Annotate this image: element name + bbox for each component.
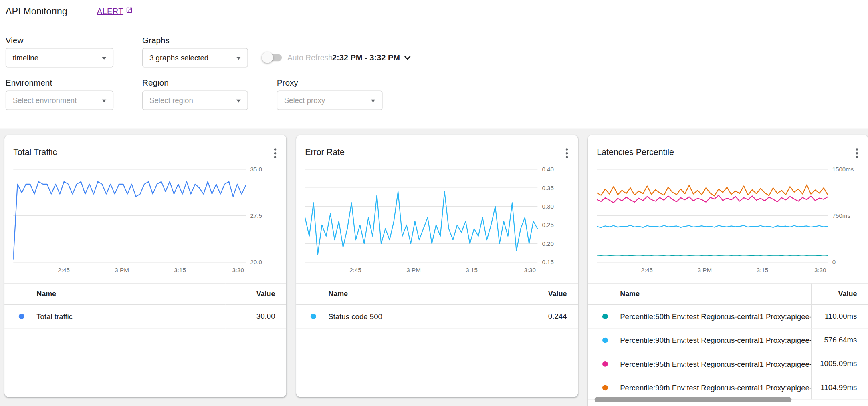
series-name: Percentile:99th Env:test Region:us-centr… — [620, 384, 811, 392]
series-value: 0.244 — [517, 304, 578, 328]
svg-text:0: 0 — [832, 259, 836, 265]
graphs-dropdown[interactable]: 3 graphs selected — [142, 48, 248, 67]
proxy-dropdown-placeholder: Select proxy — [284, 96, 325, 105]
series-name: Percentile:90th Env:test Region:us-centr… — [620, 336, 811, 345]
table-row: Percentile:99th Env:test Region:us-centr… — [588, 376, 868, 399]
svg-text:35.0: 35.0 — [250, 166, 262, 173]
horizontal-scrollbar[interactable] — [595, 397, 792, 402]
external-link-icon — [126, 7, 133, 16]
series-name: Percentile:95th Env:test Region:us-centr… — [620, 360, 811, 368]
svg-text:2:45: 2:45 — [349, 267, 361, 273]
environment-dropdown-placeholder: Select environment — [13, 96, 77, 105]
page-title: API Monitoring — [6, 6, 67, 17]
auto-refresh-toggle[interactable] — [264, 54, 282, 61]
svg-text:0.25: 0.25 — [542, 221, 554, 228]
view-dropdown-value: timeline — [13, 54, 38, 62]
svg-text:2:45: 2:45 — [641, 267, 653, 273]
column-header-name: Name — [4, 283, 225, 304]
kebab-menu-icon[interactable] — [854, 146, 860, 161]
column-header-value: Value — [225, 283, 286, 304]
graphs-dropdown-value: 3 graphs selected — [149, 54, 208, 62]
svg-text:27.5: 27.5 — [250, 212, 262, 219]
card-header: Total Traffic — [4, 135, 286, 159]
caret-down-icon — [236, 100, 241, 103]
column-header-value: Value — [517, 283, 578, 304]
series-value: 1005.09ms — [811, 352, 868, 376]
svg-text:20.0: 20.0 — [250, 259, 262, 265]
graphs-label: Graphs — [142, 35, 170, 44]
api-monitoring-page: API Monitoring ALERT View timeline Graph… — [0, 0, 868, 406]
alert-link-label: ALERT — [97, 7, 123, 16]
region-label: Region — [142, 78, 169, 87]
svg-text:0.15: 0.15 — [542, 259, 554, 265]
table-row: Percentile:95th Env:test Region:us-centr… — [588, 352, 868, 376]
series-color-dot — [19, 314, 24, 320]
series-value: 110.00ms — [811, 304, 868, 328]
topbar: API Monitoring ALERT — [0, 0, 868, 26]
series-color-dot — [602, 338, 608, 343]
svg-text:3 PM: 3 PM — [406, 267, 420, 273]
kebab-menu-icon[interactable] — [272, 146, 279, 161]
svg-text:3:15: 3:15 — [466, 267, 478, 273]
series-color-dot — [602, 314, 608, 320]
toggle-knob — [262, 52, 273, 63]
latencies-percentile-chart: 1500ms750ms02:453 PM3:153:30 — [597, 165, 859, 275]
error-rate-card: Error Rate 0.400.350.300.250.200.152:453… — [296, 135, 578, 397]
series-name: Percentile:50th Env:test Region:us-centr… — [620, 312, 811, 321]
series-name: Status code 500 — [328, 312, 382, 321]
error-rate-chart: 0.400.350.300.250.200.152:453 PM3:153:30 — [305, 165, 569, 275]
caret-down-icon — [102, 57, 106, 60]
svg-text:3:15: 3:15 — [174, 267, 186, 273]
caret-down-icon — [371, 100, 375, 103]
svg-text:3 PM: 3 PM — [698, 267, 712, 273]
series-color-dot — [311, 314, 316, 320]
legend-table: Name Value Percentile:50th Env:test Regi… — [588, 283, 868, 400]
auto-refresh-label: Auto Refresh — [287, 53, 333, 62]
svg-text:3:30: 3:30 — [814, 267, 826, 273]
series-value: 576.64ms — [811, 328, 868, 352]
card-title: Error Rate — [305, 147, 345, 157]
proxy-label: Proxy — [277, 78, 298, 87]
legend-table: Name Value Status code 5000.244 — [296, 283, 578, 328]
svg-text:0.35: 0.35 — [542, 185, 554, 191]
svg-text:3 PM: 3 PM — [115, 267, 129, 273]
svg-text:3:30: 3:30 — [232, 267, 244, 273]
svg-text:3:15: 3:15 — [757, 267, 768, 273]
time-range-selector[interactable]: 2:32 PM - 3:32 PM — [332, 50, 410, 65]
series-value: 1104.99ms — [811, 376, 868, 399]
legend-table: Name Value Total traffic30.00 — [4, 283, 286, 328]
view-dropdown[interactable]: timeline — [6, 48, 113, 67]
alert-link[interactable]: ALERT — [97, 7, 133, 16]
svg-text:0.30: 0.30 — [542, 203, 554, 210]
chevron-down-icon — [404, 53, 411, 62]
card-title: Latencies Percentile — [597, 147, 674, 157]
card-title: Total Traffic — [13, 147, 57, 157]
region-dropdown[interactable]: Select region — [142, 91, 248, 110]
svg-text:0.20: 0.20 — [542, 240, 554, 247]
series-color-dot — [602, 361, 608, 367]
card-header: Error Rate — [296, 135, 578, 159]
time-range-value: 2:32 PM - 3:32 PM — [332, 53, 400, 62]
series-value: 30.00 — [225, 304, 286, 328]
caret-down-icon — [236, 57, 241, 60]
card-header: Latencies Percentile — [588, 135, 868, 159]
table-row: Percentile:90th Env:test Region:us-centr… — [588, 328, 868, 352]
total-traffic-chart: 35.027.520.02:453 PM3:153:30 — [13, 165, 277, 275]
column-header-name: Name — [296, 283, 517, 304]
table-row: Status code 5000.244 — [296, 304, 578, 328]
view-label: View — [6, 35, 24, 44]
kebab-menu-icon[interactable] — [563, 146, 570, 161]
series-name: Total traffic — [36, 312, 73, 321]
latencies-percentile-card: Latencies Percentile 1500ms750ms02:453 P… — [588, 135, 868, 406]
svg-text:0.40: 0.40 — [542, 166, 554, 173]
environment-dropdown[interactable]: Select environment — [6, 91, 113, 110]
svg-text:2:45: 2:45 — [58, 267, 70, 273]
table-row: Percentile:50th Env:test Region:us-centr… — [588, 304, 868, 328]
proxy-dropdown[interactable]: Select proxy — [277, 91, 383, 110]
table-row: Total traffic30.00 — [4, 304, 286, 328]
app-window: API Monitoring ALERT View timeline Graph… — [0, 0, 868, 406]
environment-label: Environment — [6, 78, 52, 87]
caret-down-icon — [102, 100, 106, 103]
series-color-dot — [602, 385, 608, 391]
svg-text:750ms: 750ms — [832, 212, 851, 219]
